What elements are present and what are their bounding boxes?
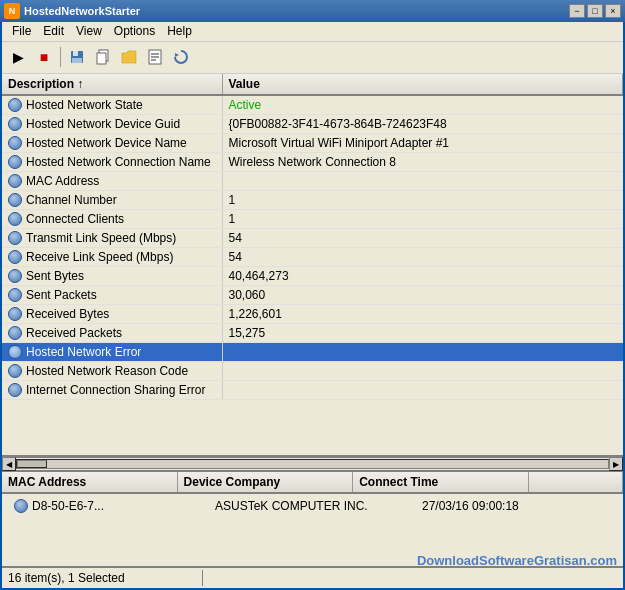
scroll-left-button[interactable]: ◀	[2, 457, 16, 471]
prop-desc-7: Transmit Link Speed (Mbps)	[2, 228, 222, 247]
maximize-button[interactable]: □	[587, 4, 603, 18]
prop-desc-text-6: Connected Clients	[26, 212, 124, 226]
prop-value-5: 1	[222, 190, 623, 209]
row-icon-5	[8, 193, 22, 207]
client-table-header: MAC Address Device Company Connect Time	[2, 472, 623, 494]
prop-desc-text-3: Hosted Network Connection Name	[26, 155, 211, 169]
window-controls[interactable]: − □ ×	[569, 4, 621, 18]
client-row-0: D8-50-E6-7...ASUSTeK COMPUTER INC.27/03/…	[2, 494, 623, 518]
client-section: MAC Address Device Company Connect Time …	[2, 471, 623, 566]
save-button[interactable]	[65, 45, 89, 69]
properties-section: Description ↑ Value Hosted Network State…	[2, 74, 623, 457]
scroll-track[interactable]	[16, 459, 609, 469]
prop-desc-text-2: Hosted Network Device Name	[26, 136, 187, 150]
prop-desc-text-13: Hosted Network Error	[26, 345, 141, 359]
prop-value-9: 40,464,273	[222, 266, 623, 285]
title-bar-left: N HostedNetworkStarter	[4, 3, 140, 19]
prop-desc-3: Hosted Network Connection Name	[2, 152, 222, 171]
prop-desc-text-10: Sent Packets	[26, 288, 97, 302]
menu-edit[interactable]: Edit	[37, 22, 70, 40]
scroll-right-button[interactable]: ▶	[609, 457, 623, 471]
horizontal-scrollbar[interactable]: ◀ ▶	[2, 457, 623, 471]
prop-desc-8: Receive Link Speed (Mbps)	[2, 247, 222, 266]
prop-desc-2: Hosted Network Device Name	[2, 133, 222, 152]
prop-desc-4: MAC Address	[2, 171, 222, 190]
title-bar: N HostedNetworkStarter − □ ×	[0, 0, 625, 22]
prop-desc-14: Hosted Network Reason Code	[2, 361, 222, 380]
client-icon-0	[14, 499, 28, 513]
client-time-0: 27/03/16 09:00:18	[416, 497, 623, 515]
prop-value-14	[222, 361, 623, 380]
row-icon-7	[8, 231, 22, 245]
prop-value-1: {0FB00882-3F41-4673-864B-724623F48	[222, 114, 623, 133]
status-bar: 16 item(s), 1 Selected	[2, 566, 623, 588]
menu-view[interactable]: View	[70, 22, 108, 40]
log-button[interactable]	[143, 45, 167, 69]
col-header-value[interactable]: Value	[222, 74, 623, 95]
col-header-description[interactable]: Description ↑	[2, 74, 222, 95]
row-icon-9	[8, 269, 22, 283]
menu-options[interactable]: Options	[108, 22, 161, 40]
prop-desc-text-12: Received Packets	[26, 326, 122, 340]
prop-desc-text-4: MAC Address	[26, 174, 99, 188]
prop-value-2: Microsoft Virtual WiFi Miniport Adapter …	[222, 133, 623, 152]
client-col-mac[interactable]: MAC Address	[2, 472, 178, 492]
prop-value-11: 1,226,601	[222, 304, 623, 323]
toolbar: ▶ ■	[2, 42, 623, 74]
prop-desc-15: Internet Connection Sharing Error	[2, 380, 222, 399]
row-icon-6	[8, 212, 22, 226]
svg-rect-1	[73, 51, 78, 56]
prop-desc-1: Hosted Network Device Guid	[2, 114, 222, 133]
row-icon-12	[8, 326, 22, 340]
prop-value-0: Active	[222, 95, 623, 115]
prop-value-6: 1	[222, 209, 623, 228]
prop-desc-text-5: Channel Number	[26, 193, 117, 207]
scroll-thumb[interactable]	[17, 460, 47, 468]
row-icon-10	[8, 288, 22, 302]
client-col-time[interactable]: Connect Time	[353, 472, 529, 492]
prop-desc-text-11: Received Bytes	[26, 307, 109, 321]
prop-desc-10: Sent Packets	[2, 285, 222, 304]
stop-button[interactable]: ■	[32, 45, 56, 69]
properties-table-wrapper[interactable]: Description ↑ Value Hosted Network State…	[2, 74, 623, 455]
client-company-0: ASUSTeK COMPUTER INC.	[209, 497, 416, 515]
copy-button[interactable]	[91, 45, 115, 69]
prop-desc-text-9: Sent Bytes	[26, 269, 84, 283]
menu-bar: File Edit View Options Help	[2, 22, 623, 42]
menu-file[interactable]: File	[6, 22, 37, 40]
prop-desc-5: Channel Number	[2, 190, 222, 209]
row-icon-4	[8, 174, 22, 188]
app-icon: N	[4, 3, 20, 19]
folder-button[interactable]	[117, 45, 141, 69]
prop-value-7: 54	[222, 228, 623, 247]
prop-desc-13: Hosted Network Error	[2, 342, 222, 361]
prop-desc-11: Received Bytes	[2, 304, 222, 323]
svg-rect-2	[72, 58, 82, 63]
prop-value-13	[222, 342, 623, 361]
prop-desc-text-15: Internet Connection Sharing Error	[26, 383, 205, 397]
prop-desc-9: Sent Bytes	[2, 266, 222, 285]
svg-rect-4	[97, 53, 106, 64]
prop-value-8: 54	[222, 247, 623, 266]
minimize-button[interactable]: −	[569, 4, 585, 18]
row-icon-15	[8, 383, 22, 397]
status-divider	[202, 570, 203, 586]
status-text: 16 item(s), 1 Selected	[8, 571, 125, 585]
row-icon-0	[8, 98, 22, 112]
prop-desc-text-7: Transmit Link Speed (Mbps)	[26, 231, 176, 245]
client-mac-0: D8-50-E6-7...	[2, 497, 209, 515]
prop-value-12: 15,275	[222, 323, 623, 342]
window-title: HostedNetworkStarter	[24, 5, 140, 17]
menu-help[interactable]: Help	[161, 22, 198, 40]
prop-desc-12: Received Packets	[2, 323, 222, 342]
close-button[interactable]: ×	[605, 4, 621, 18]
prop-desc-text-8: Receive Link Speed (Mbps)	[26, 250, 173, 264]
toolbar-sep-1	[60, 47, 61, 67]
prop-value-10: 30,060	[222, 285, 623, 304]
play-button[interactable]: ▶	[6, 45, 30, 69]
prop-desc-text-1: Hosted Network Device Guid	[26, 117, 180, 131]
prop-value-3: Wireless Network Connection 8	[222, 152, 623, 171]
refresh-button[interactable]	[169, 45, 193, 69]
client-col-company[interactable]: Device Company	[178, 472, 354, 492]
prop-desc-text-14: Hosted Network Reason Code	[26, 364, 188, 378]
